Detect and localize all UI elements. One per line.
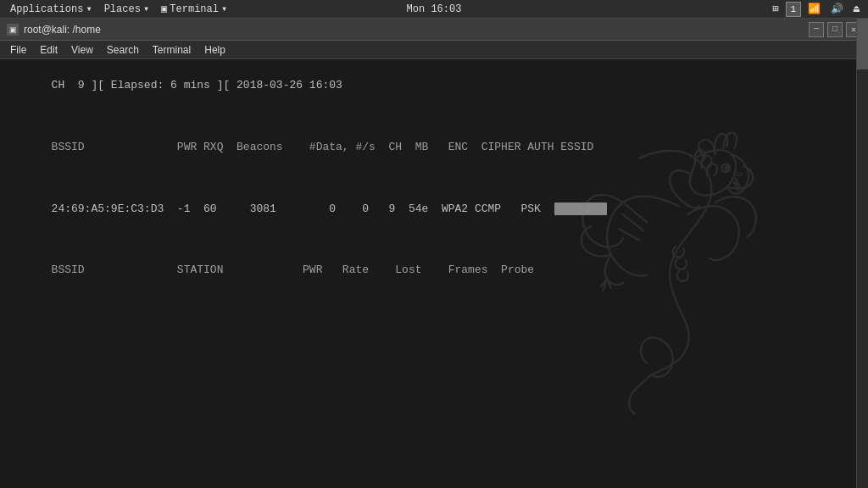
svg-point-1 — [725, 166, 728, 169]
terminal-title-icon: ▣ — [7, 24, 19, 36]
menu-edit[interactable]: Edit — [33, 42, 64, 58]
places-label: Places — [104, 3, 141, 15]
terminal-icon-top: ▣ — [161, 3, 167, 15]
terminal-titlebar: ▣ root@kali: /home ─ □ ✕ — [0, 19, 868, 41]
terminal-menu-top[interactable]: ▣ Terminal ▾ — [156, 1, 232, 17]
applications-label: Applications — [10, 3, 83, 15]
svg-point-2 — [737, 173, 743, 176]
terminal-content[interactable]: CH 9 ][ Elapsed: 6 mins ][ 2018-03-26 16… — [0, 59, 868, 488]
top-bar-datetime: Mon 16:03 — [407, 3, 462, 15]
menu-terminal[interactable]: Terminal — [146, 42, 198, 58]
scrollbar[interactable] — [856, 19, 868, 488]
places-arrow: ▾ — [143, 3, 149, 15]
terminal-title-area: ▣ root@kali: /home — [7, 24, 101, 36]
menu-file[interactable]: File — [3, 42, 33, 58]
menu-view[interactable]: View — [64, 42, 100, 58]
terminal-menubar: File Edit View Search Terminal Help — [0, 41, 868, 59]
places-menu[interactable]: Places ▾ — [99, 1, 154, 17]
kali-dragon-watermark — [461, 110, 817, 415]
workspace-badge[interactable]: 1 — [786, 2, 801, 17]
terminal-label-top: Terminal — [170, 3, 219, 15]
volume-icon[interactable]: 🔊 — [827, 1, 847, 17]
menu-help[interactable]: Help — [198, 42, 232, 58]
terminal-title-text: root@kali: /home — [24, 24, 101, 36]
system-tray-icon[interactable]: ⏏ — [850, 1, 863, 17]
maximize-button[interactable]: □ — [827, 22, 843, 37]
terminal-window: ▣ root@kali: /home ─ □ ✕ File Edit View … — [0, 19, 868, 488]
applications-menu[interactable]: Applications ▾ — [5, 1, 97, 17]
terminal-line-1: CH 9 ][ Elapsed: 6 mins ][ 2018-03-26 16… — [5, 63, 863, 109]
minimize-button[interactable]: ─ — [809, 22, 824, 37]
top-bar-left: Applications ▾ Places ▾ ▣ Terminal ▾ — [5, 1, 232, 17]
network-manager-icon[interactable]: ⊞ — [770, 1, 782, 17]
applications-arrow: ▾ — [86, 3, 92, 15]
terminal-controls: ─ □ ✕ — [809, 22, 861, 37]
system-top-bar: Applications ▾ Places ▾ ▣ Terminal ▾ Mon… — [0, 0, 868, 19]
menu-search[interactable]: Search — [100, 42, 146, 58]
wifi-icon[interactable]: 📶 — [804, 1, 824, 17]
top-bar-right: ⊞ 1 📶 🔊 ⏏ — [770, 1, 863, 17]
terminal-arrow: ▾ — [221, 3, 227, 15]
scrollbar-thumb[interactable] — [857, 19, 868, 69]
